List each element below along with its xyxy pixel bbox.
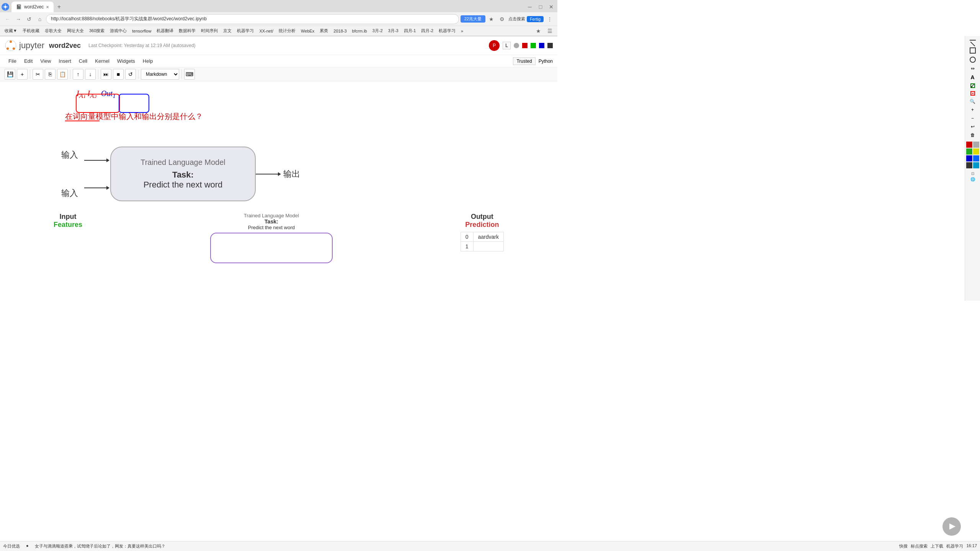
arrow-line-2 xyxy=(84,187,107,188)
kernel-status-icon xyxy=(514,43,519,48)
annotation-box-blue xyxy=(119,94,149,113)
more-options-icon[interactable]: ⋮ xyxy=(545,15,554,24)
stop-button[interactable]: ■ xyxy=(113,69,124,80)
tab-close-button[interactable]: ✕ xyxy=(46,5,49,9)
move-up-button[interactable]: ↑ xyxy=(73,69,83,80)
bookmark-more[interactable]: » xyxy=(459,28,465,34)
bookmark-lei[interactable]: 累类 xyxy=(318,28,330,34)
sd-model-section: Trained Language Model Task: Predict the… xyxy=(210,213,333,263)
sd-input-section: Input Features xyxy=(54,213,82,229)
bookmark-bfcrm[interactable]: bfcrm.ib xyxy=(351,28,369,34)
browser-chrome: 📓 word2vec ✕ + ─ □ ✕ ← → ↺ ⌂ http://loca… xyxy=(0,0,557,36)
bookmark-mar2[interactable]: 3月-2 xyxy=(371,28,384,34)
trusted-button[interactable]: Trusted xyxy=(513,57,535,65)
back-button[interactable]: ← xyxy=(3,15,12,24)
question-text: 在词向量模型中输入和输出分别是什么？ xyxy=(65,111,203,122)
output-arrow-line xyxy=(256,174,279,174)
bookmark-datascience[interactable]: 数据科学 xyxy=(177,28,197,34)
input-label-2: 输入 xyxy=(61,187,78,199)
menu-insert[interactable]: Insert xyxy=(55,57,75,65)
menu-view[interactable]: View xyxy=(36,57,55,65)
bookmark-menu-icon[interactable]: ☰ xyxy=(545,26,554,36)
bookmark-tensorflow[interactable]: tensorflow xyxy=(131,28,153,34)
bookmark-apr2[interactable]: 四月-2 xyxy=(420,28,435,34)
cell-type-select[interactable]: Markdown xyxy=(141,69,179,80)
svg-point-3 xyxy=(10,41,12,43)
bookmark-webex[interactable]: WebEx xyxy=(299,28,316,34)
jupyter-text: jupyter xyxy=(19,41,44,51)
data-table: 0 aardvark 1 xyxy=(461,232,504,251)
close-window-button[interactable]: ✕ xyxy=(547,2,556,11)
reload-button[interactable]: ↺ xyxy=(24,15,34,24)
save-button[interactable]: 💾 xyxy=(5,69,15,80)
new-tab-button[interactable]: + xyxy=(54,2,64,11)
bookmark-google[interactable]: 谷歌大全 xyxy=(43,28,63,34)
active-tab[interactable]: 📓 word2vec ✕ xyxy=(11,2,54,12)
jupyter-logo-icon xyxy=(5,39,17,52)
copy-button[interactable]: ⎘ xyxy=(45,69,56,80)
bookmark-favorites[interactable]: 收藏▼ xyxy=(3,28,19,34)
jupyter-container: jupyter word2vec Last Checkpoint: Yester… xyxy=(0,36,557,301)
output-arrowhead xyxy=(278,172,281,176)
second-diagram: Input Features Trained Language Model Ta… xyxy=(31,213,527,263)
bookmark-ml-translate[interactable]: 机器翻译 xyxy=(155,28,175,34)
keyboard-shortcuts-button[interactable]: ⌨ xyxy=(184,69,195,80)
bookmark-stats[interactable]: 统计分析 xyxy=(277,28,297,34)
toolbar-separator-3 xyxy=(98,70,98,79)
sd-output-title: Output xyxy=(461,213,504,221)
menu-kernel[interactable]: Kernel xyxy=(91,57,113,65)
menu-cell[interactable]: Cell xyxy=(75,57,91,65)
fast-forward-button[interactable]: ⏭ xyxy=(101,69,111,80)
menu-help[interactable]: Help xyxy=(139,57,157,65)
navigation-bar: ← → ↺ ⌂ http://localhost:8888/notebooks/… xyxy=(0,12,557,26)
toolbar-separator-4 xyxy=(138,70,139,79)
model-box: Trained Language Model Task: Predict the… xyxy=(110,147,256,201)
sd-model-title: Trained Language Model xyxy=(210,213,333,218)
input-label-1: 输入 xyxy=(61,149,78,161)
address-bar[interactable]: http://localhost:8888/notebooks/机器学习实战集群… xyxy=(46,14,459,24)
menu-file[interactable]: File xyxy=(5,57,20,65)
jupyter-header: jupyter word2vec Last Checkpoint: Yester… xyxy=(0,36,557,55)
sd-task-desc: Predict the next word xyxy=(210,225,333,230)
bookmark-2018[interactable]: 2018-3 xyxy=(332,28,348,34)
settings-icon[interactable]: ⚙ xyxy=(498,15,507,24)
bookmark-web[interactable]: 网址大全 xyxy=(65,28,85,34)
annotation-area: IA₁ IA₂ Out1 在词向量模型中输入和输出分别是什么？ xyxy=(31,89,527,139)
checkpoint-info: Last Checkpoint: Yesterday at 12:19 AM (… xyxy=(88,43,196,48)
move-down-button[interactable]: ↓ xyxy=(85,69,96,80)
minimize-button[interactable]: ─ xyxy=(525,2,534,11)
bookmark-icon[interactable]: ★ xyxy=(487,15,496,24)
cut-button[interactable]: ✂ xyxy=(33,69,43,80)
restart-button[interactable]: ↺ xyxy=(125,69,136,80)
bookmark-ml[interactable]: 机器学习 xyxy=(235,28,255,34)
paste-button[interactable]: 📋 xyxy=(57,69,68,80)
maximize-button[interactable]: □ xyxy=(536,2,545,11)
bookmark-xxnet[interactable]: XX-net/ xyxy=(258,28,275,34)
arrowhead-1 xyxy=(106,158,109,162)
menu-widgets[interactable]: Widgets xyxy=(113,57,139,65)
color-swatch-green[interactable] xyxy=(531,43,536,48)
table-section: 0 aardvark 1 xyxy=(461,232,504,251)
tab-title: word2vec xyxy=(24,4,44,10)
bookmark-timeline[interactable]: 时间序列 xyxy=(199,28,219,34)
bookmark-games[interactable]: 游戏中心 xyxy=(108,28,128,34)
color-swatch-red[interactable] xyxy=(522,43,528,48)
home-button[interactable]: ⌂ xyxy=(35,15,44,24)
forward-button[interactable]: → xyxy=(14,15,23,24)
add-cell-button[interactable]: + xyxy=(17,69,28,80)
fertig-button[interactable]: Fertig xyxy=(527,16,544,22)
menu-edit[interactable]: Edit xyxy=(20,57,36,65)
bookmark-mobile[interactable]: 手机收藏 xyxy=(21,28,41,34)
bookmark-ml2[interactable]: 机器学习 xyxy=(437,28,457,34)
translate-button[interactable]: 22兆大量 xyxy=(461,15,485,23)
bookmark-apr1[interactable]: 四月-1 xyxy=(402,28,418,34)
menu-bar: File Edit View Insert Cell Kernel Widget… xyxy=(0,55,557,67)
color-swatch-dark[interactable] xyxy=(547,43,553,48)
bookmark-jingwen[interactable]: 京文 xyxy=(222,28,233,34)
color-swatch-blue[interactable] xyxy=(539,43,544,48)
bookmark-360[interactable]: 360搜索 xyxy=(88,28,106,34)
bookmark-star-icon[interactable]: ★ xyxy=(534,26,543,36)
bookmark-mar3[interactable]: 3月-3 xyxy=(387,28,400,34)
annotation-box-red xyxy=(76,94,120,113)
browser-logo-icon xyxy=(2,3,9,11)
